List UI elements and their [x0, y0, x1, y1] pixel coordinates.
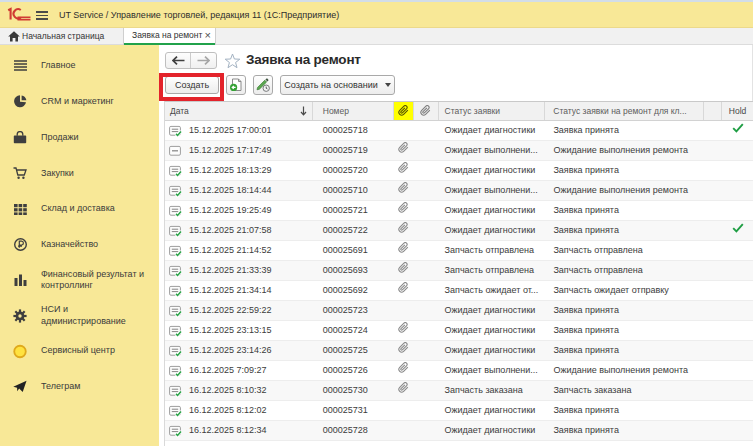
- cell-status: Ожидает диагностики: [439, 421, 546, 440]
- cell-number: 000025723: [313, 301, 394, 320]
- document-posted-icon: [169, 245, 183, 261]
- column-header-number[interactable]: Номер: [313, 102, 394, 120]
- cell-date: 15.12.2025 18:14:44: [165, 181, 313, 200]
- cell-hold: [722, 181, 753, 200]
- table-row[interactable]: 15.12.2025 21:34:14000025692Запчасть ожи…: [165, 281, 753, 301]
- paperclip-icon: [398, 261, 409, 280]
- cell-status: Ожидает выполнени...: [439, 141, 546, 160]
- tab-repair-request[interactable]: Заявка на ремонт ×: [123, 28, 216, 45]
- cell-number: 000025726: [313, 361, 394, 380]
- document-draft-icon: [169, 145, 183, 161]
- cell-empty: [704, 321, 722, 340]
- cell-date: 15.12.2025 17:00:01: [165, 121, 313, 140]
- sidebar-item-label: Телеграм: [41, 381, 80, 393]
- sidebar-item-10[interactable]: Телеграм: [0, 369, 159, 404]
- hold-check-icon: [732, 121, 744, 140]
- cell-client-status: Заявка принята: [545, 401, 704, 420]
- create-button[interactable]: Создать: [165, 76, 219, 94]
- favorite-star-icon[interactable]: [224, 53, 241, 71]
- table-row[interactable]: 15.12.2025 23:14:26000025725Ожидает диаг…: [165, 341, 753, 361]
- table-row[interactable]: 15.12.2025 17:17:49000025719Ожидает выпо…: [165, 141, 753, 161]
- edit-button[interactable]: [253, 75, 273, 95]
- list-body: 15.12.2025 17:00:01000025718Ожидает диаг…: [165, 121, 753, 446]
- page-title: Заявка на ремонт: [246, 51, 361, 69]
- cell-status: Ожидает диагностики: [439, 341, 546, 360]
- cell-attachment: [394, 421, 414, 440]
- table-row-partial[interactable]: [165, 441, 753, 446]
- cell-number: 000025730: [313, 381, 394, 400]
- cell-hold: [722, 361, 753, 380]
- cell-attachment-2: [414, 341, 439, 360]
- sidebar-item-label: CRM и маркетинг: [41, 96, 114, 108]
- tab-home[interactable]: Начальная страница: [22, 28, 104, 44]
- sidebar-item-label: Финансовый результат иконтроллинг: [41, 269, 144, 292]
- paperclip-icon: [398, 161, 409, 180]
- cell-status: Ожидает диагностики: [439, 121, 546, 140]
- column-header-status[interactable]: Статус заявки: [439, 102, 546, 120]
- table-row[interactable]: 16.12.2025 7:09:27000025726Ожидает выпол…: [165, 361, 753, 381]
- home-icon[interactable]: [8, 31, 20, 44]
- column-header-attachment-highlighted[interactable]: [394, 102, 414, 120]
- column-header-date[interactable]: Дата: [165, 102, 313, 120]
- sidebar-item-7[interactable]: Финансовый результат иконтроллинг: [0, 263, 159, 298]
- cell-attachment: [394, 201, 414, 220]
- sidebar-item-5[interactable]: Склад и доставка: [0, 192, 159, 227]
- cell-date: 15.12.2025 21:14:52: [165, 241, 313, 260]
- sidebar-item-4[interactable]: Закупки: [0, 156, 159, 191]
- cell-status: Ожидает диагностики: [439, 221, 546, 240]
- column-header-hold[interactable]: Hold: [722, 102, 753, 120]
- table-row[interactable]: 15.12.2025 21:33:39000025693Запчасть отп…: [165, 261, 753, 281]
- table-row[interactable]: 15.12.2025 21:14:52000025691Запчасть отп…: [165, 241, 753, 261]
- sidebar-item-8[interactable]: НСИ иадминистрирование: [0, 298, 159, 333]
- cell-attachment-2: [414, 161, 439, 180]
- table-row[interactable]: 16.12.2025 8:12:02000025731Ожидает диагн…: [165, 401, 753, 421]
- column-header-attachment[interactable]: [414, 102, 439, 120]
- cell-empty: [704, 241, 722, 260]
- sidebar-item-2[interactable]: CRM и маркетинг: [0, 84, 159, 119]
- table-row[interactable]: 16.12.2025 8:12:34000025728Ожидает диагн…: [165, 421, 753, 441]
- cell-number: 000025720: [313, 161, 394, 180]
- create-based-on-label: Создать на основании: [284, 80, 377, 90]
- create-based-on-button[interactable]: Создать на основании: [280, 75, 395, 95]
- cell-attachment: [394, 221, 414, 240]
- table-row[interactable]: 15.12.2025 18:13:29000025720Ожидает диаг…: [165, 161, 753, 181]
- cell-attachment: [394, 181, 414, 200]
- sidebar-item-3[interactable]: Продажи: [0, 120, 159, 155]
- table-row[interactable]: 15.12.2025 19:25:49000025721Ожидает диаг…: [165, 201, 753, 221]
- cell-attachment-2: [414, 381, 439, 400]
- table-row[interactable]: 15.12.2025 17:00:01000025718Ожидает диаг…: [165, 121, 753, 141]
- cell-client-status: Запчасть ожидает отправку: [545, 281, 704, 300]
- cell-empty: [704, 341, 722, 360]
- table-row[interactable]: 16.12.2025 8:10:32000025730Запчасть зака…: [165, 381, 753, 401]
- sidebar-item-6[interactable]: Казначейство: [0, 227, 159, 262]
- back-button[interactable]: [166, 53, 191, 68]
- main-menu-icon[interactable]: [36, 11, 48, 20]
- table-row[interactable]: 15.12.2025 18:14:44000025710Ожидает выпо…: [165, 181, 753, 201]
- table-row[interactable]: 15.12.2025 23:13:15000025724Ожидает диаг…: [165, 321, 753, 341]
- sidebar-item-9[interactable]: Сервисный центр: [0, 334, 159, 369]
- column-header-client-status[interactable]: Статус заявки на ремонт для кл...: [545, 102, 704, 120]
- bag-icon: [13, 131, 27, 145]
- forward-button[interactable]: [191, 53, 216, 68]
- table-row[interactable]: 15.12.2025 22:59:22000025723Ожидает диаг…: [165, 301, 753, 321]
- cell-number: 000025725: [313, 341, 394, 360]
- cell-attachment-2: [414, 361, 439, 380]
- cell-attachment: [394, 121, 414, 140]
- cell-date: 15.12.2025 18:13:29: [165, 161, 313, 180]
- title-bar: UT Service / Управление торговлей, редак…: [0, 2, 753, 28]
- cell-client-status: Заявка принята: [545, 121, 704, 140]
- table-row[interactable]: 15.12.2025 21:07:58000025722Ожидает диаг…: [165, 221, 753, 241]
- cell-empty: [704, 401, 722, 420]
- cell-hold: [722, 341, 753, 360]
- sort-desc-icon: [300, 106, 307, 118]
- sidebar-item-1[interactable]: Главное: [0, 48, 159, 83]
- cell-date: 15.12.2025 21:33:39: [165, 261, 313, 280]
- cell-attachment-2: [414, 261, 439, 280]
- tab-bar: Начальная страница Заявка на ремонт ×: [0, 28, 753, 45]
- copy-button[interactable]: [226, 75, 246, 95]
- document-posted-icon: [169, 225, 183, 241]
- cart-icon: [13, 167, 27, 181]
- column-header-empty[interactable]: [704, 102, 722, 120]
- tab-close-icon[interactable]: ×: [205, 28, 211, 43]
- cell-status: Ожидает выполнени...: [439, 181, 546, 200]
